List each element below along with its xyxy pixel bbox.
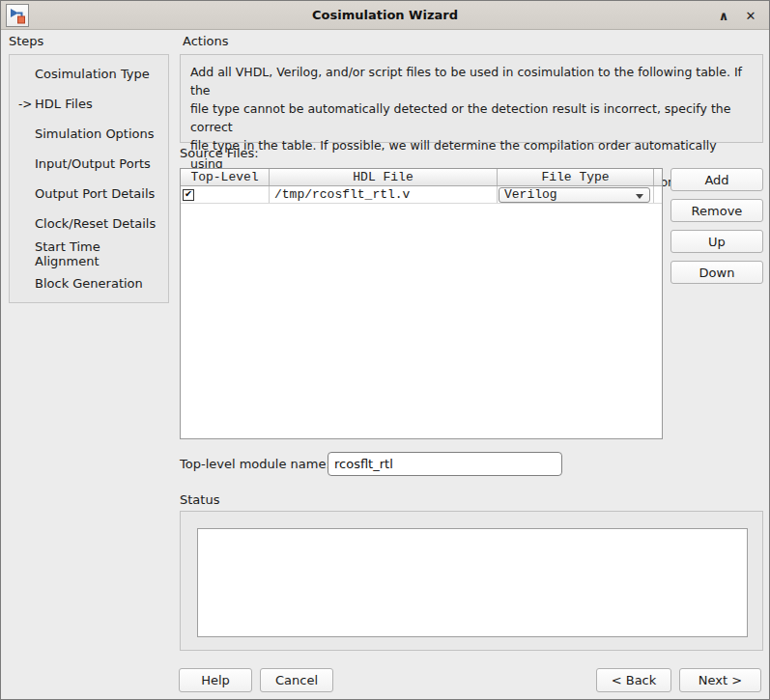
step-item-simulation-options: Simulation Options bbox=[10, 119, 168, 149]
table-header-row: Top-Level HDL File File Type bbox=[181, 169, 662, 186]
step-label: Cosimulation Type bbox=[35, 67, 150, 81]
row-filler-cell bbox=[654, 186, 662, 203]
module-name-input[interactable] bbox=[328, 452, 562, 476]
back-button[interactable]: < Back bbox=[596, 668, 671, 692]
cancel-button[interactable]: Cancel bbox=[260, 668, 333, 692]
status-heading: Status bbox=[180, 492, 219, 507]
step-label: Clock/Reset Details bbox=[35, 216, 156, 231]
step-label: Start Time Alignment bbox=[35, 239, 168, 268]
file-type-cell: Verilog bbox=[498, 186, 654, 203]
step-item-input-output-ports: Input/Output Ports bbox=[10, 149, 168, 179]
status-panel bbox=[180, 511, 763, 651]
status-textarea[interactable] bbox=[197, 528, 748, 637]
step-label: Simulation Options bbox=[35, 126, 155, 141]
steps-panel: Cosimulation Type->HDL FilesSimulation O… bbox=[9, 54, 169, 303]
step-label: Block Generation bbox=[35, 276, 143, 291]
steps-heading: Steps bbox=[9, 34, 43, 48]
close-icon[interactable]: ✕ bbox=[742, 7, 759, 24]
table-row: ✔/tmp/rcosflt_rtl.vVerilog bbox=[181, 186, 662, 204]
table-body: ✔/tmp/rcosflt_rtl.vVerilog bbox=[181, 186, 662, 204]
column-header-file-type: File Type bbox=[498, 169, 654, 185]
step-item-output-port-details: Output Port Details bbox=[10, 179, 168, 209]
hdl-file-cell[interactable]: /tmp/rcosflt_rtl.v bbox=[270, 186, 498, 203]
column-header-top-level: Top-Level bbox=[181, 169, 270, 185]
step-item-clock-reset-details: Clock/Reset Details bbox=[10, 209, 168, 238]
source-files-table[interactable]: Top-Level HDL File File Type ✔/tmp/rcosf… bbox=[180, 168, 663, 439]
down-button[interactable]: Down bbox=[670, 261, 763, 284]
column-header-hdl-file: HDL File bbox=[270, 169, 498, 185]
remove-button[interactable]: Remove bbox=[670, 199, 763, 222]
step-item-cosimulation-type: Cosimulation Type bbox=[10, 59, 168, 89]
window-title: Cosimulation Wizard bbox=[1, 8, 769, 22]
step-item-start-time-alignment: Start Time Alignment bbox=[10, 238, 168, 268]
step-label: HDL Files bbox=[35, 97, 93, 111]
cosimulation-wizard-window: Cosimulation Wizard ∧ ✕ Steps Cosimulati… bbox=[0, 0, 770, 700]
simulink-icon bbox=[9, 7, 26, 24]
shade-icon[interactable]: ∧ bbox=[715, 7, 732, 24]
step-item-hdl-files: ->HDL Files bbox=[10, 89, 168, 119]
top-level-checkbox[interactable]: ✔ bbox=[183, 189, 194, 201]
column-header-filler bbox=[654, 169, 662, 185]
module-name-label: Top-level module name: bbox=[180, 452, 330, 476]
step-item-block-generation: Block Generation bbox=[10, 268, 168, 298]
help-button[interactable]: Help bbox=[179, 668, 252, 692]
step-label: Input/Output Ports bbox=[35, 156, 151, 171]
simulink-app-icon bbox=[6, 4, 29, 27]
chevron-down-icon bbox=[636, 194, 643, 199]
file-type-dropdown[interactable]: Verilog bbox=[499, 187, 650, 203]
step-label: Output Port Details bbox=[35, 186, 155, 201]
actions-description: Add all VHDL, Verilog, and/or script fil… bbox=[180, 54, 763, 143]
up-button[interactable]: Up bbox=[670, 230, 763, 253]
title-bar[interactable]: Cosimulation Wizard ∧ ✕ bbox=[1, 1, 769, 30]
source-files-label: Source Files: bbox=[180, 146, 259, 160]
top-level-cell: ✔ bbox=[181, 186, 270, 203]
current-step-marker: -> bbox=[18, 98, 32, 111]
actions-heading: Actions bbox=[183, 34, 229, 48]
next-button[interactable]: Next > bbox=[679, 668, 761, 692]
add-button[interactable]: Add bbox=[670, 168, 763, 191]
window-controls: ∧ ✕ bbox=[715, 1, 759, 30]
